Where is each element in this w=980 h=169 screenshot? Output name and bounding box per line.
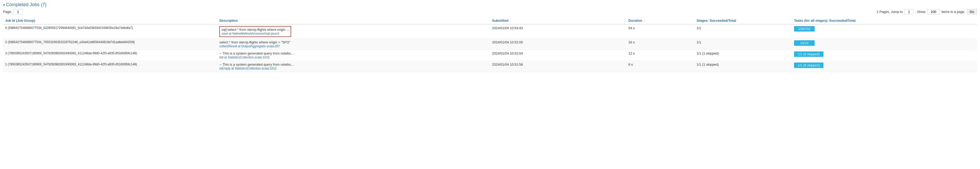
duration-cell: 12 s <box>626 50 695 61</box>
duration-cell: 54 s <box>626 24 695 39</box>
tasks-badge[interactable]: 1/1 (8 skipped) <box>794 62 824 68</box>
tasks-badge[interactable]: 10/10 <box>794 40 815 46</box>
duration-cell: 6 s <box>626 61 695 72</box>
pages-info: 1 Pages. Jump to <box>877 10 903 14</box>
go-button[interactable]: Go <box>967 9 977 14</box>
sort-arrow-icon: ↓ <box>644 19 645 22</box>
stages-cell: 1/1 <box>695 24 792 39</box>
tasks-badge[interactable]: 258/258 <box>794 26 815 32</box>
table-row: 1 (785038524350719090​9_5478260982602493… <box>3 61 977 72</box>
description-cell: select * from sternp.flights where origi… <box>217 39 490 50</box>
description-link[interactable]: save at NativeMethodAccessorImpl.java:0 <box>221 32 279 35</box>
page-title: ▾ Completed Jobs (7) <box>3 2 977 8</box>
title-text: Completed Jobs (7) <box>6 2 46 8</box>
description-text: -- This is a system generated query from… <box>219 62 488 66</box>
description-cell: -- This is a system generated query from… <box>217 61 490 72</box>
job-id-cell: 3 (785038524350719090​9_5478260982602493… <box>3 50 217 61</box>
job-id-cell: 6 (598642754688007753​4_6228555172994640… <box>3 24 217 39</box>
job-id-cell: 2 (598642754688007753​4_7555325635322875… <box>3 39 217 50</box>
description-cell: -- This is a system generated query from… <box>217 50 490 61</box>
description-link[interactable]: tail at StatisticsCollection.scala:1015 <box>219 56 269 59</box>
col-header-stages: Stages: Succeeded/Total <box>695 17 792 24</box>
col-header-submitted: Submitted <box>490 17 626 24</box>
page-input[interactable] <box>13 9 23 14</box>
job-id-cell: 1 (785038524350719090​9_5478260982602493… <box>3 61 217 72</box>
submitted-cell: 2024/01/04 10:54:43 <box>490 24 626 39</box>
tasks-cell: 258/258 <box>792 24 977 39</box>
description-text: sql('select * from sternp.flights where … <box>221 28 289 32</box>
col-header-jobid: Job Id (Job Group) <box>3 17 217 24</box>
table-row: 2 (598642754688007753​4_7555325635322875… <box>3 39 977 50</box>
page-label: Page: <box>3 10 12 14</box>
submitted-cell: 2024/01/04 10:52:00 <box>490 39 626 50</box>
tasks-badge[interactable]: 1/1 (8 skipped) <box>794 51 824 57</box>
show-count-input[interactable] <box>927 9 940 14</box>
duration-cell: 16 s <box>626 39 695 50</box>
collapse-triangle-icon[interactable]: ▾ <box>3 3 5 7</box>
description-cell: sql('select * from sternp.flights where … <box>217 24 490 39</box>
description-text: select * from sternp.flights where origi… <box>219 40 488 44</box>
col-header-duration[interactable]: Duration ↓ <box>626 17 695 24</box>
stages-cell: 1/1 <box>695 39 792 50</box>
table-row: 6 (598642754688007753​4_6228555172994640… <box>3 24 977 39</box>
col-header-tasks: Tasks (for all stages): Succeeded/Total <box>792 17 977 24</box>
stages-cell: 1/1 (1 skipped) <box>695 61 792 72</box>
items-per-page-label: items in a page. <box>942 10 965 14</box>
tasks-cell: 10/10 <box>792 39 977 50</box>
show-label: . Show <box>915 10 926 14</box>
jump-to-input[interactable] <box>904 9 914 14</box>
col-header-description: Description <box>217 17 490 24</box>
submitted-cell: 2024/01/04 10:52:04 <box>490 50 626 61</box>
stages-cell: 1/1 (1 skipped) <box>695 50 792 61</box>
tasks-cell: 1/1 (8 skipped) <box>792 61 977 72</box>
tasks-cell: 1/1 (8 skipped) <box>792 50 977 61</box>
description-text: -- This is a system generated query from… <box>219 51 488 55</box>
table-row: 3 (785038524350719090​9_5478260982602493… <box>3 50 977 61</box>
description-link[interactable]: isEmpty at StatisticsCollection.scala:10… <box>219 67 276 70</box>
description-link[interactable]: collectResult at OutputAggregator.scala:… <box>219 45 280 48</box>
submitted-cell: 2024/01/04 10:51:58 <box>490 61 626 72</box>
